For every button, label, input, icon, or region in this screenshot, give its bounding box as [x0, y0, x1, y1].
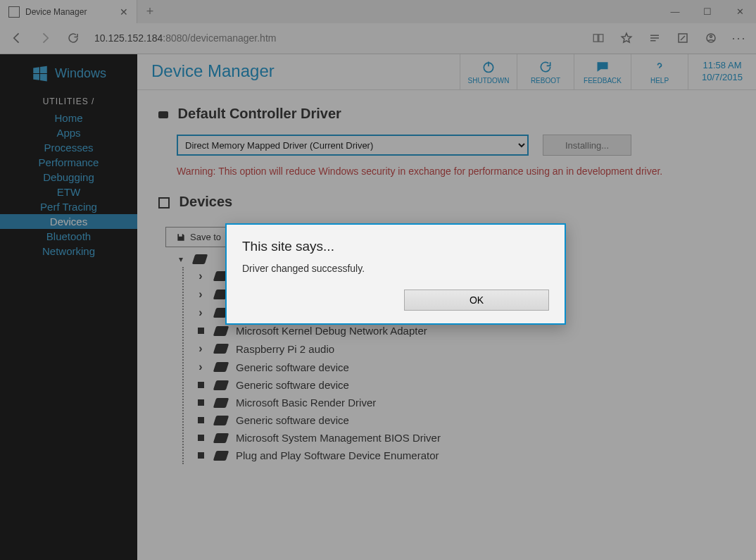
dialog-title: This site says... — [242, 239, 549, 254]
dialog-message: Driver changed successfuly. — [242, 263, 549, 274]
alert-dialog: This site says... Driver changed success… — [225, 223, 566, 325]
dialog-ok-button[interactable]: OK — [404, 290, 549, 311]
